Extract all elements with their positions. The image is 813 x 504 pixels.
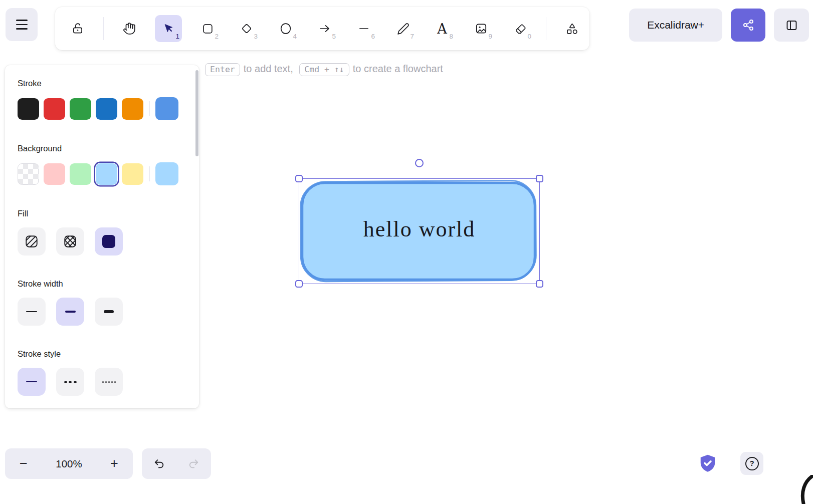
selection-tool-button[interactable]: 1 <box>155 15 182 42</box>
fill-options-row <box>18 227 192 256</box>
image-tool-button[interactable]: 9 <box>468 15 495 42</box>
tool-shortcut: 2 <box>215 33 219 40</box>
eraser-icon <box>514 23 527 35</box>
lock-tool-button[interactable] <box>64 15 91 42</box>
question-mark-icon: ? <box>745 457 759 470</box>
fill-section-label: Fill <box>18 208 192 218</box>
selection-box <box>299 178 540 284</box>
tool-shortcut: 0 <box>527 33 531 40</box>
hand-icon <box>123 22 136 35</box>
tool-shortcut: 7 <box>410 33 414 40</box>
undo-button[interactable] <box>142 448 176 479</box>
hamburger-icon <box>16 20 28 21</box>
cmd-key-hint: Cmd + ↑↓ <box>299 63 349 76</box>
pencil-icon <box>397 23 410 35</box>
stroke-width-row <box>18 298 192 326</box>
redo-button[interactable] <box>176 448 211 479</box>
diamond-tool-button[interactable]: 3 <box>233 15 260 42</box>
rectangle-tool-button[interactable]: 2 <box>194 15 221 42</box>
encryption-shield-icon[interactable] <box>699 453 717 473</box>
ellipse-tool-button[interactable]: 4 <box>272 15 299 42</box>
text-tool-button[interactable]: A 8 <box>429 15 456 42</box>
resize-handle-sw[interactable] <box>295 280 303 288</box>
stroke-width-bold-button[interactable] <box>56 298 84 326</box>
header-right-buttons: Excalidraw+ <box>629 9 809 42</box>
undo-icon <box>153 457 165 470</box>
background-color-row <box>18 162 192 185</box>
resize-handle-ne[interactable] <box>536 175 543 182</box>
help-button[interactable]: ? <box>740 452 763 475</box>
line-tool-button[interactable]: 6 <box>350 15 377 42</box>
dashed-stroke-icon <box>64 381 77 383</box>
stroke-width-extrabold-button[interactable] <box>95 298 123 326</box>
eraser-tool-button[interactable]: 0 <box>507 15 534 42</box>
stroke-current-color[interactable] <box>155 97 178 120</box>
fill-solid-button[interactable] <box>95 227 123 256</box>
share-button[interactable] <box>731 9 765 42</box>
stroke-section-label: Stroke <box>18 78 192 88</box>
stroke-style-solid-button[interactable] <box>18 368 46 396</box>
tool-shortcut: 3 <box>254 33 258 40</box>
line-icon <box>357 22 370 35</box>
fill-hachure-button[interactable] <box>18 227 46 256</box>
bold-line-icon <box>65 311 76 313</box>
bg-swatch-blue[interactable] <box>96 163 117 185</box>
hand-tool-button[interactable] <box>116 15 143 42</box>
tool-shortcut: 1 <box>175 33 179 40</box>
toolbar-island: 1 2 3 4 5 6 7 A 8 <box>55 7 589 50</box>
properties-panel: Stroke Background Fill <box>5 65 199 408</box>
rectangle-icon <box>201 23 214 35</box>
tool-shortcut: 6 <box>371 33 375 40</box>
bg-swatch-yellow[interactable] <box>122 163 143 185</box>
stroke-swatch-orange[interactable] <box>122 98 143 120</box>
dotted-stroke-icon <box>102 381 116 383</box>
stroke-style-dashed-button[interactable] <box>56 368 84 396</box>
stroke-swatch-blue[interactable] <box>96 98 117 120</box>
zoom-out-button[interactable]: − <box>9 448 38 479</box>
background-current-color[interactable] <box>155 162 178 185</box>
solid-fill-icon <box>102 235 115 248</box>
stroke-style-dotted-button[interactable] <box>95 368 123 396</box>
stroke-swatch-black[interactable] <box>18 98 39 120</box>
fill-crosshatch-button[interactable] <box>56 227 84 256</box>
stroke-swatch-red[interactable] <box>44 98 65 120</box>
swatch-divider <box>149 166 150 181</box>
excalidraw-plus-button[interactable]: Excalidraw+ <box>629 9 722 42</box>
main-menu-button[interactable] <box>6 8 38 41</box>
stroke-swatch-green[interactable] <box>70 98 91 120</box>
stroke-style-row <box>18 368 192 396</box>
panel-scrollbar-thumb[interactable] <box>195 70 198 156</box>
hachure-icon <box>25 234 39 248</box>
enter-key-hint: Enter <box>205 63 240 76</box>
corner-artifact <box>800 475 813 504</box>
share-icon <box>742 19 754 31</box>
history-controls <box>142 448 211 479</box>
toolbar-divider <box>103 17 104 40</box>
bg-swatch-pink[interactable] <box>44 163 65 185</box>
zoom-in-button[interactable]: + <box>100 448 129 479</box>
thin-line-icon <box>26 311 37 312</box>
tool-shortcut: 4 <box>293 33 297 40</box>
resize-handle-se[interactable] <box>536 280 543 288</box>
crosshatch-icon <box>63 234 77 248</box>
bg-swatch-transparent[interactable] <box>18 163 39 185</box>
tool-shortcut: 8 <box>449 33 453 40</box>
cursor-icon <box>162 23 175 35</box>
background-section-label: Background <box>18 143 192 153</box>
sidebar-icon <box>785 19 798 32</box>
tool-shortcut: 5 <box>332 33 336 40</box>
resize-handle-nw[interactable] <box>295 175 303 182</box>
tool-shortcut: 9 <box>488 33 492 40</box>
rotate-handle[interactable] <box>415 159 424 167</box>
ellipse-icon <box>279 22 292 35</box>
stroke-width-thin-button[interactable] <box>18 298 46 326</box>
extrabold-line-icon <box>104 310 114 313</box>
zoom-level[interactable]: 100% <box>56 458 82 470</box>
solid-stroke-icon <box>26 381 37 383</box>
arrow-tool-button[interactable]: 5 <box>311 15 338 42</box>
bg-swatch-green[interactable] <box>70 163 91 185</box>
draw-tool-button[interactable]: 7 <box>389 15 417 42</box>
text-tool-icon: A <box>437 22 447 36</box>
extra-tools-button[interactable] <box>558 15 585 42</box>
library-sidebar-button[interactable] <box>774 9 809 42</box>
